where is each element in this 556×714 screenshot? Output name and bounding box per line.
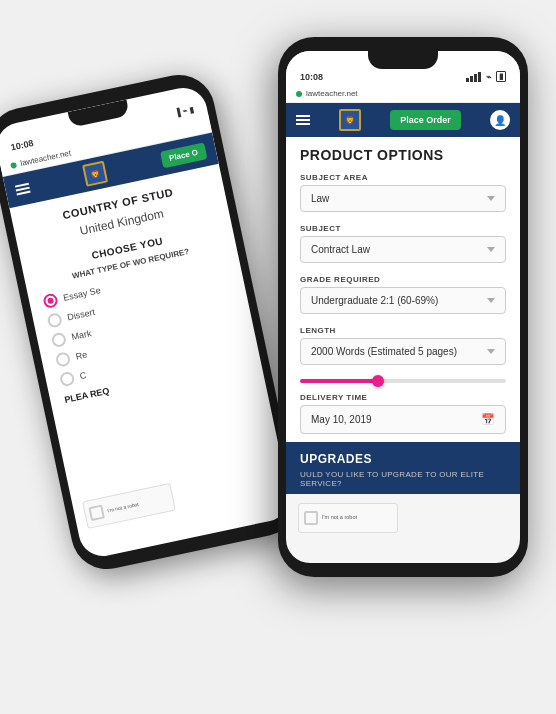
subject-area-value: Law: [311, 193, 329, 204]
back-radio-c-circle[interactable]: [59, 371, 76, 388]
delivery-value: May 10, 2019: [311, 414, 372, 425]
front-logo: 🦁: [339, 109, 361, 131]
back-phone-screen: 10:08 ▐ ⌁ ▮ lawteacher.net 🦁 Place O: [0, 84, 294, 561]
back-radio-essay-circle[interactable]: [42, 292, 59, 309]
front-phone-screen: 10:08 ⌁ ▮ lawteacher.net: [286, 51, 520, 563]
length-label: LENGTH: [286, 322, 520, 338]
phone-back: 10:08 ▐ ⌁ ▮ lawteacher.net 🦁 Place O: [0, 68, 304, 576]
back-radio-re-label: Re: [75, 349, 88, 361]
length-slider-track[interactable]: [300, 379, 506, 383]
subject-select[interactable]: Contract Law: [300, 236, 506, 263]
grade-select[interactable]: Undergraduate 2:1 (60-69%): [300, 287, 506, 314]
front-status-icons: ⌁ ▮: [466, 71, 506, 82]
delivery-label: DELIVERY TIME: [286, 389, 520, 405]
back-logo: 🦁: [82, 161, 108, 187]
front-hamburger-icon[interactable]: [296, 115, 310, 125]
upgrades-subtitle: UULD YOU LIKE TO UPGRADE TO OUR ELITE SE…: [300, 470, 506, 488]
back-signal: ▐: [174, 107, 181, 117]
subject-arrow-icon: [487, 247, 495, 252]
front-notch: [368, 51, 438, 69]
front-url-bar: lawteacher.net: [286, 85, 520, 103]
back-radio-c-label: C: [79, 370, 87, 381]
front-wifi-icon: ⌁: [486, 72, 491, 82]
back-radio-mark-label: Mark: [71, 328, 93, 342]
back-place-order-button[interactable]: Place O: [160, 142, 208, 168]
subject-label: SUBJECT: [286, 220, 520, 236]
back-hamburger-icon[interactable]: [15, 183, 31, 196]
back-time: 10:08: [10, 138, 35, 153]
front-url-text: lawteacher.net: [306, 89, 358, 98]
subject-value: Contract Law: [311, 244, 370, 255]
phone-front: 10:08 ⌁ ▮ lawteacher.net: [278, 37, 528, 577]
length-slider-fill: [300, 379, 378, 383]
front-place-order-button[interactable]: Place Order: [390, 110, 461, 130]
front-battery-icon: ▮: [496, 71, 506, 82]
scene: 10:08 ▐ ⌁ ▮ lawteacher.net 🦁 Place O: [28, 27, 528, 687]
subject-area-select[interactable]: Law: [300, 185, 506, 212]
back-lock-icon: [10, 161, 17, 168]
upgrades-section: UPGRADES UULD YOU LIKE TO UPGRADE TO OUR…: [286, 442, 520, 494]
subject-area-label: SUBJECT AREA: [286, 169, 520, 185]
back-recaptcha-checkbox[interactable]: [88, 505, 105, 522]
back-battery: ▮: [188, 105, 194, 115]
front-signal-icon: [466, 72, 481, 82]
product-options-title: PRODUCT OPTIONS: [286, 137, 520, 169]
upgrades-title: UPGRADES: [300, 452, 506, 466]
back-radio-mark-circle[interactable]: [51, 332, 68, 349]
grade-label: GRADE REQUIRED: [286, 271, 520, 287]
back-content: COUNTRY OF STUD United Kingdom CHOOSE YO…: [9, 164, 263, 420]
length-arrow-icon: [487, 349, 495, 354]
grade-value: Undergraduate 2:1 (60-69%): [311, 295, 438, 306]
length-select[interactable]: 2000 Words (Estimated 5 pages): [300, 338, 506, 365]
front-user-icon[interactable]: 👤: [490, 110, 510, 130]
back-radio-dissert-label: Dissert: [66, 307, 95, 323]
front-lock-icon: [296, 91, 302, 97]
back-radio-re-circle[interactable]: [55, 351, 72, 368]
calendar-icon[interactable]: 📅: [481, 413, 495, 426]
front-content: PRODUCT OPTIONS SUBJECT AREA Law SUBJECT…: [286, 137, 520, 494]
back-recaptcha-text: I'm not a robot: [107, 501, 139, 513]
back-radio-dissert-circle[interactable]: [46, 312, 63, 329]
delivery-field[interactable]: May 10, 2019 📅: [300, 405, 506, 434]
back-recaptcha: I'm not a robot: [82, 483, 176, 529]
front-nav-bar: 🦁 Place Order 👤: [286, 103, 520, 137]
back-radio-essay-label: Essay Se: [62, 285, 101, 303]
back-wifi: ⌁: [181, 106, 188, 116]
length-slider-container[interactable]: [286, 373, 520, 389]
length-slider-thumb[interactable]: [372, 375, 384, 387]
front-time: 10:08: [300, 72, 323, 82]
grade-arrow-icon: [487, 298, 495, 303]
length-value: 2000 Words (Estimated 5 pages): [311, 346, 457, 357]
subject-area-arrow-icon: [487, 196, 495, 201]
